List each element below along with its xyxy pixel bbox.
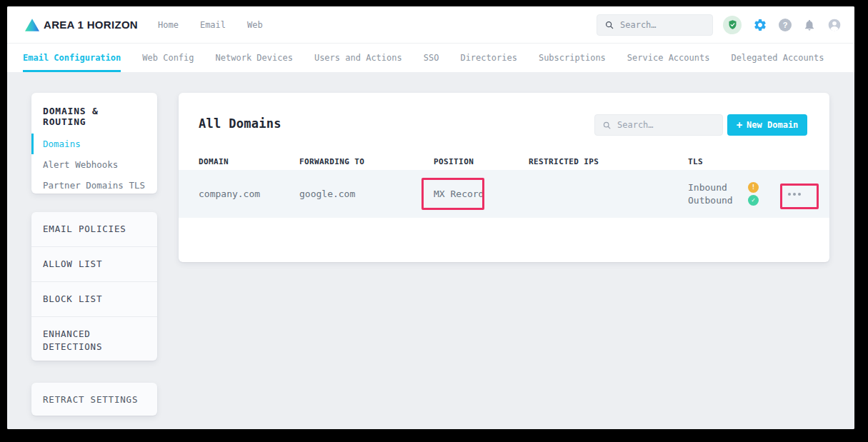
- tab-directories[interactable]: Directories: [460, 44, 517, 72]
- tab-sso[interactable]: SSO: [424, 44, 439, 72]
- row-actions: [779, 187, 809, 201]
- sidebar-item-domains[interactable]: Domains: [31, 134, 157, 154]
- sidebar-item-partner-domains-tls[interactable]: Partner Domains TLS: [31, 175, 157, 196]
- topbar: AREA 1 HORIZON Home Email Web: [7, 6, 854, 44]
- sidebar-card-retract: RETRACT SETTINGS: [31, 383, 157, 416]
- tab-delegated-accounts[interactable]: Delegated Accounts: [731, 44, 824, 72]
- domains-search[interactable]: [594, 114, 723, 136]
- content-area: DOMAINS & ROUTING Domains Alert Webhooks…: [7, 72, 854, 429]
- cell-domain: company.com: [199, 189, 299, 199]
- panel-header: All Domains + New Domain: [179, 93, 829, 161]
- search-icon: [604, 20, 614, 30]
- all-domains-panel: All Domains + New Domain DOMAIN FORWARDI…: [179, 93, 829, 262]
- global-search-input[interactable]: [620, 20, 705, 30]
- tab-users-and-actions[interactable]: Users and Actions: [314, 44, 402, 72]
- tls-outbound-label: Outbound: [688, 195, 748, 206]
- plus-icon: +: [737, 120, 742, 130]
- search-icon: [602, 121, 612, 130]
- top-nav: Home Email Web: [158, 20, 263, 30]
- sidebar-section-title: DOMAINS & ROUTING: [31, 93, 157, 134]
- tab-email-configuration[interactable]: Email Configuration: [23, 44, 121, 72]
- topbar-right: ?: [597, 14, 842, 36]
- global-search[interactable]: [597, 14, 713, 36]
- tab-network-devices[interactable]: Network Devices: [216, 44, 293, 72]
- col-position: POSITION: [434, 157, 529, 166]
- tab-subscriptions[interactable]: Subscriptions: [539, 44, 606, 72]
- settings-gear-icon[interactable]: [753, 18, 767, 32]
- col-tls: TLS: [688, 157, 779, 166]
- new-domain-button-label: New Domain: [747, 120, 798, 130]
- warning-icon: !: [748, 182, 759, 193]
- cell-position: MX Record: [434, 189, 529, 199]
- table-header: DOMAIN FORWARDING TO POSITION RESTRICTED…: [179, 154, 829, 169]
- more-actions-button[interactable]: [784, 187, 805, 201]
- sidebar-item-enhanced-detections[interactable]: ENHANCED DETECTIONS: [31, 316, 157, 364]
- top-nav-email[interactable]: Email: [200, 20, 226, 30]
- help-icon[interactable]: ?: [779, 19, 792, 31]
- domains-search-input[interactable]: [617, 120, 715, 130]
- cell-tls: Inbound ! Outbound ✓: [688, 182, 779, 206]
- config-tabs: Email Configuration Web Config Network D…: [7, 44, 854, 72]
- sidebar-item-alert-webhooks[interactable]: Alert Webhooks: [31, 154, 157, 175]
- security-shield-icon[interactable]: [723, 16, 742, 34]
- table-row[interactable]: company.com google.com MX Record Inbound…: [179, 170, 829, 218]
- panel-title: All Domains: [199, 116, 281, 131]
- col-restricted-ips: RESTRICTED IPS: [529, 157, 688, 166]
- tls-inbound-label: Inbound: [688, 182, 748, 193]
- sidebar-card-domains-routing: DOMAINS & ROUTING Domains Alert Webhooks…: [31, 93, 157, 194]
- sidebar-item-block-list[interactable]: BLOCK LIST: [31, 281, 157, 316]
- brand-triangle-icon: [24, 18, 40, 32]
- top-nav-home[interactable]: Home: [158, 20, 179, 30]
- check-icon: ✓: [748, 195, 759, 206]
- brand-name: AREA 1 HORIZON: [44, 19, 138, 31]
- top-nav-web[interactable]: Web: [247, 20, 263, 30]
- sidebar-item-allow-list[interactable]: ALLOW LIST: [31, 246, 157, 281]
- tab-web-config[interactable]: Web Config: [142, 44, 194, 72]
- sidebar-item-retract-settings[interactable]: RETRACT SETTINGS: [31, 394, 138, 405]
- notifications-bell-icon[interactable]: [803, 19, 816, 31]
- sidebar-card-policies: EMAIL POLICIES ALLOW LIST BLOCK LIST ENH…: [31, 212, 157, 361]
- brand-logo[interactable]: AREA 1 HORIZON: [24, 18, 138, 32]
- new-domain-button[interactable]: + New Domain: [727, 114, 807, 136]
- col-domain: DOMAIN: [199, 157, 299, 166]
- account-avatar-icon[interactable]: [827, 18, 842, 32]
- ellipsis-icon: [788, 193, 791, 196]
- col-forwarding-to: FORWARDING TO: [299, 157, 434, 166]
- app-window: AREA 1 HORIZON Home Email Web: [7, 6, 854, 429]
- sidebar-item-email-policies[interactable]: EMAIL POLICIES: [31, 212, 157, 246]
- cell-forwarding-to: google.com: [299, 189, 434, 199]
- tab-service-accounts[interactable]: Service Accounts: [627, 44, 710, 72]
